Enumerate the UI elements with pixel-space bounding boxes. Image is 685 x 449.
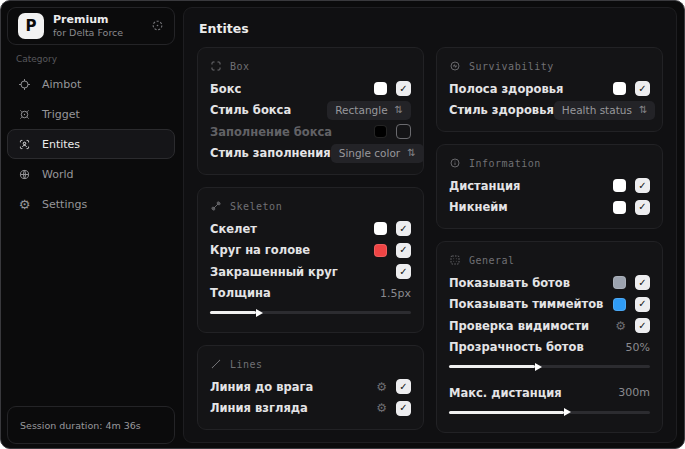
color-swatch[interactable] xyxy=(374,244,387,257)
crosshair-icon xyxy=(17,77,32,92)
skeleton-card-header: Skeleton xyxy=(210,200,411,212)
setting-label: Заполнение бокса xyxy=(210,125,332,139)
thickness-slider[interactable] xyxy=(210,311,411,314)
page-title: Entites xyxy=(199,21,663,36)
general-card-header: General xyxy=(449,254,650,266)
checkmark-icon: ✓ xyxy=(638,299,646,309)
setting-row: Проверка видимости ⚙ ✓ xyxy=(449,315,650,337)
setting-label: Стиль заполнения xyxy=(210,146,331,160)
sort-arrows-icon: ⇅ xyxy=(639,105,647,115)
checkbox[interactable]: ✓ xyxy=(396,221,411,236)
setting-row: Заполнение бокса ✓ xyxy=(210,121,411,143)
sidebar-item-label: World xyxy=(42,168,74,181)
checkbox[interactable]: ✓ xyxy=(396,81,411,96)
left-column: Box Бокс ✓ Стиль бокса Rectangle ⇅ xyxy=(197,47,424,433)
setting-row: Показывать тиммейтов ✓ xyxy=(449,294,650,316)
setting-row: Закрашенный круг ✓ xyxy=(210,261,411,283)
sidebar-item-world[interactable]: World xyxy=(7,159,175,189)
setting-label: Толщина xyxy=(210,286,271,300)
sidebar-item-entites[interactable]: Entites xyxy=(7,129,175,159)
checkmark-icon: ✓ xyxy=(638,278,646,288)
gear-icon[interactable]: ⚙ xyxy=(376,381,387,393)
color-swatch[interactable] xyxy=(613,82,626,95)
color-swatch[interactable] xyxy=(613,179,626,192)
bots-opacity-slider[interactable] xyxy=(449,365,650,368)
checkbox[interactable]: ✓ xyxy=(396,401,411,416)
checkbox[interactable]: ✓ xyxy=(635,275,650,290)
setting-label: Круг на голове xyxy=(210,243,310,257)
skeleton-card: Skeleton Скелет ✓ Круг на голове ✓ xyxy=(197,187,424,333)
max-distance-slider[interactable] xyxy=(449,411,650,414)
setting-row: Стиль здоровья Health status ⇅ xyxy=(449,100,650,122)
checkmark-icon: ✓ xyxy=(399,245,407,255)
checkbox[interactable]: ✓ xyxy=(396,379,411,394)
color-swatch[interactable] xyxy=(374,222,387,235)
survivability-card-header: Survivability xyxy=(449,60,650,72)
color-swatch[interactable] xyxy=(613,201,626,214)
box-card-header: Box xyxy=(210,60,411,72)
setting-label: Линия взгляда xyxy=(210,401,308,415)
color-swatch[interactable] xyxy=(613,298,626,311)
sort-arrows-icon: ⇅ xyxy=(395,105,403,115)
sync-icon[interactable] xyxy=(151,19,164,34)
setting-label: Стиль бокса xyxy=(210,103,291,117)
sidebar-item-label: Settings xyxy=(42,198,87,211)
pulse-circle-icon xyxy=(449,60,461,72)
setting-row: Стиль заполнения Single color ⇅ xyxy=(210,143,411,165)
checkmark-icon: ✓ xyxy=(399,382,407,392)
dropdown-value: Health status xyxy=(562,104,632,116)
checkmark-icon: ✓ xyxy=(638,202,646,212)
fill-style-dropdown[interactable]: Single color ⇅ xyxy=(331,144,424,163)
lines-card: Lines Линия до врага ⚙ ✓ Линия взгляда ⚙ xyxy=(197,345,424,430)
content-columns: Box Бокс ✓ Стиль бокса Rectangle ⇅ xyxy=(197,47,663,433)
sidebar-item-settings[interactable]: ⚙ Settings xyxy=(7,189,175,219)
box-style-dropdown[interactable]: Rectangle ⇅ xyxy=(327,101,411,120)
checkbox[interactable]: ✓ xyxy=(635,297,650,312)
setting-label: Скелет xyxy=(210,222,257,236)
health-style-dropdown[interactable]: Health status ⇅ xyxy=(554,101,655,120)
category-label: Category xyxy=(16,54,181,64)
app-window: P Premium for Delta Force Category Aimbo… xyxy=(0,0,685,449)
setting-label: Показывать тиммейтов xyxy=(449,297,603,311)
setting-row: Бокс ✓ xyxy=(210,78,411,100)
slider-label-row: Макс. дистанция 300m xyxy=(449,382,650,404)
slider-fill xyxy=(449,411,564,414)
setting-row: Никнейм ✓ xyxy=(449,197,650,219)
survivability-card: Survivability Полоса здоровья ✓ Стиль зд… xyxy=(436,47,663,132)
survivability-card-title: Survivability xyxy=(469,61,554,72)
sidebar: P Premium for Delta Force Category Aimbo… xyxy=(1,1,181,448)
information-card-header: Information xyxy=(449,157,650,169)
setting-label: Линия до врага xyxy=(210,380,313,394)
sort-arrows-icon: ⇅ xyxy=(407,148,415,158)
general-card: General Показывать ботов ✓ Показывать ти… xyxy=(436,241,663,433)
checkbox[interactable]: ✓ xyxy=(635,200,650,215)
slider-fill xyxy=(210,311,256,314)
gear-icon[interactable]: ⚙ xyxy=(615,320,626,332)
setting-row: Стиль бокса Rectangle ⇅ xyxy=(210,100,411,122)
checkbox[interactable]: ✓ xyxy=(635,81,650,96)
setting-row: Показывать ботов ✓ xyxy=(449,272,650,294)
session-duration-text: Session duration: 4m 36s xyxy=(20,420,141,431)
setting-label: Проверка видимости xyxy=(449,319,589,333)
slider-fill xyxy=(449,365,535,368)
checkbox[interactable]: ✓ xyxy=(635,178,650,193)
gear-icon[interactable]: ⚙ xyxy=(376,402,387,414)
slider-value: 300m xyxy=(618,386,650,399)
sidebar-item-aimbot[interactable]: Aimbot xyxy=(7,69,175,99)
color-swatch[interactable] xyxy=(613,276,626,289)
color-swatch[interactable] xyxy=(374,125,387,138)
slider-label-row: Толщина 1.5px xyxy=(210,283,411,305)
checkbox[interactable]: ✓ xyxy=(396,124,411,139)
sidebar-item-trigget[interactable]: Trigget xyxy=(7,99,175,129)
checkbox[interactable]: ✓ xyxy=(635,318,650,333)
color-swatch[interactable] xyxy=(374,82,387,95)
checkmark-icon: ✓ xyxy=(638,84,646,94)
checkbox[interactable]: ✓ xyxy=(396,264,411,279)
setting-row: Линия до врага ⚙ ✓ xyxy=(210,376,411,398)
globe-icon xyxy=(17,167,32,182)
general-card-title: General xyxy=(469,255,515,266)
setting-row: Круг на голове ✓ xyxy=(210,240,411,262)
setting-label: Дистанция xyxy=(449,179,520,193)
checkbox[interactable]: ✓ xyxy=(396,243,411,258)
box-card: Box Бокс ✓ Стиль бокса Rectangle ⇅ xyxy=(197,47,424,175)
